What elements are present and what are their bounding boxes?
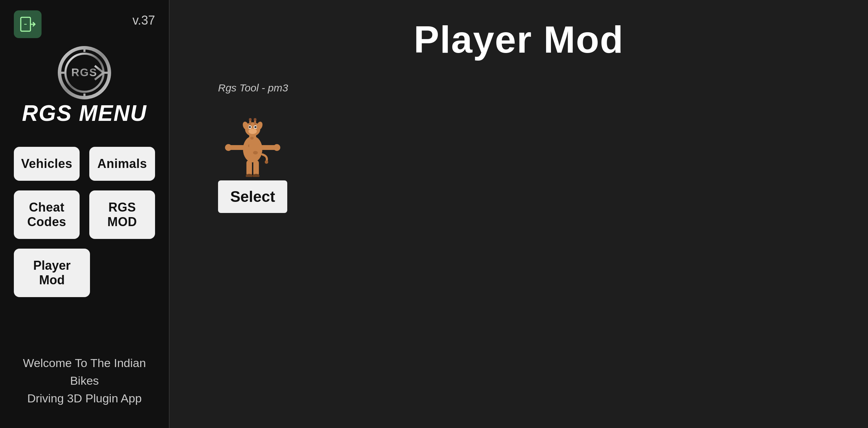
svg-point-24 <box>249 118 252 121</box>
app-logo-icon <box>19 16 36 33</box>
button-row-2: Cheat Codes RGS MOD <box>14 190 155 239</box>
player-mod-button[interactable]: Player Mod <box>14 249 90 297</box>
vehicles-button[interactable]: Vehicles <box>14 147 80 181</box>
logo-container: RGS RGS MENU <box>14 45 155 143</box>
svg-point-20 <box>254 126 256 128</box>
svg-rect-31 <box>246 160 252 176</box>
svg-point-35 <box>265 160 268 164</box>
tool-label: Rgs Tool - pm3 <box>218 82 288 94</box>
welcome-line2: Driving 3D Plugin App <box>27 392 142 405</box>
select-button[interactable]: Select <box>218 180 287 213</box>
svg-text:RGS: RGS <box>71 66 97 79</box>
page-title: Player Mod <box>197 17 840 61</box>
app-icon[interactable] <box>14 10 42 38</box>
sidebar: v.37 <box>0 0 170 428</box>
welcome-text: Welcome To The Indian Bikes Driving 3D P… <box>0 354 169 407</box>
svg-point-30 <box>273 144 280 151</box>
button-row-1: Vehicles Animals <box>14 147 155 181</box>
sidebar-top: v.37 <box>14 10 155 38</box>
svg-point-16 <box>248 128 257 134</box>
svg-point-36 <box>250 137 254 140</box>
animals-button[interactable]: Animals <box>89 147 155 181</box>
character-figure <box>221 101 284 177</box>
svg-point-18 <box>249 126 251 128</box>
svg-rect-32 <box>253 160 259 176</box>
rgs-mod-button[interactable]: RGS MOD <box>89 190 155 239</box>
menu-buttons: Vehicles Animals Cheat Codes RGS MOD Pla… <box>14 147 155 297</box>
character-container: Select <box>218 101 287 213</box>
player-mod-content: Rgs Tool - pm3 <box>197 82 840 213</box>
content-area: Player Mod Rgs Tool - pm3 <box>170 0 868 428</box>
svg-point-26 <box>254 118 256 121</box>
cheat-codes-button[interactable]: Cheat Codes <box>14 190 80 239</box>
svg-point-29 <box>225 144 232 151</box>
button-row-3: Player Mod <box>14 249 155 297</box>
svg-point-13 <box>253 151 258 154</box>
welcome-line1: Welcome To The Indian Bikes <box>23 356 146 387</box>
menu-title: RGS MENU <box>22 100 147 126</box>
version-label: v.37 <box>133 13 155 28</box>
rgs-logo: RGS <box>46 45 123 100</box>
